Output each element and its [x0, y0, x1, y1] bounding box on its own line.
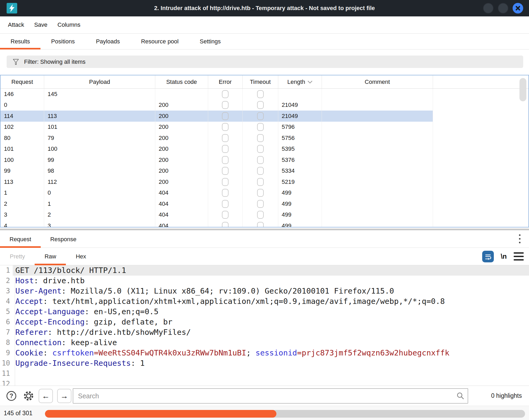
request-editor[interactable]: 1GET /113/block/ HTTP/1.12Host: drive.ht… [0, 265, 529, 386]
table-row[interactable]: 020021049 [1, 100, 528, 111]
cell-status-code: 404 [155, 188, 208, 199]
menu-item-attack[interactable]: Attack [8, 21, 24, 28]
line-number: 11 [0, 368, 13, 379]
view-tab-hex[interactable]: Hex [66, 248, 96, 265]
tab-positions[interactable]: Positions [40, 34, 85, 49]
panel-splitter[interactable] [0, 228, 529, 231]
timeout-checkbox[interactable] [257, 178, 264, 186]
line-content: Referer: http://drive.htb/showMyFiles/ [13, 327, 529, 337]
error-checkbox[interactable] [222, 200, 229, 208]
error-checkbox[interactable] [222, 123, 229, 131]
table-row[interactable]: 146145 [1, 89, 528, 100]
table-row[interactable]: 80792005756 [1, 133, 528, 144]
kebab-menu-icon[interactable] [518, 234, 521, 243]
window-minimize-button[interactable] [483, 3, 494, 13]
next-match-button[interactable]: → [57, 389, 71, 403]
results-table: RequestPayloadStatus codeErrorTimeoutLen… [0, 75, 529, 227]
table-row[interactable]: 43404499 [1, 220, 528, 227]
cell-timeout [243, 89, 278, 100]
code-segment: Accept-Encoding [15, 317, 85, 327]
vertical-scrollbar[interactable] [519, 78, 526, 101]
cell-length: 5219 [278, 176, 322, 188]
error-checkbox[interactable] [222, 134, 229, 142]
tab-payloads[interactable]: Payloads [85, 34, 131, 49]
hamburger-menu-icon[interactable] [514, 252, 524, 261]
menu-item-columns[interactable]: Columns [57, 21, 80, 28]
help-button[interactable]: ? [6, 390, 17, 401]
column-header-label: Request [11, 79, 33, 85]
cell-length: 5334 [278, 166, 322, 177]
timeout-checkbox[interactable] [257, 189, 264, 197]
line-content: Accept-Language: en-US,en;q=0.5 [13, 307, 529, 317]
table-row[interactable]: 1021012005796 [1, 122, 528, 133]
timeout-checkbox[interactable] [257, 222, 264, 227]
cell-request: 113 [1, 176, 44, 188]
error-checkbox[interactable] [222, 167, 229, 175]
error-checkbox[interactable] [222, 145, 229, 153]
column-header-comment[interactable]: Comment [322, 75, 433, 88]
search-input[interactable] [73, 388, 468, 404]
error-checkbox[interactable] [222, 90, 229, 98]
timeout-checkbox[interactable] [257, 123, 264, 131]
column-header-label: Error [219, 79, 232, 85]
timeout-checkbox[interactable] [257, 112, 264, 120]
cell-request: 100 [1, 154, 44, 166]
code-segment: Connection [15, 337, 62, 348]
timeout-checkbox[interactable] [257, 101, 264, 109]
table-row[interactable]: 32404499 [1, 209, 528, 221]
timeout-checkbox[interactable] [257, 156, 264, 164]
column-header-request[interactable]: Request [1, 75, 44, 88]
tab-request[interactable]: Request [0, 231, 41, 248]
timeout-checkbox[interactable] [257, 167, 264, 175]
filter-bar[interactable]: Filter: Showing all items [7, 56, 523, 68]
table-row[interactable]: 100992005376 [1, 154, 528, 166]
timeout-checkbox[interactable] [257, 200, 264, 208]
cell-length: 5796 [278, 122, 322, 133]
error-checkbox[interactable] [222, 222, 229, 227]
previous-match-button[interactable]: ← [39, 389, 53, 403]
timeout-checkbox[interactable] [257, 145, 264, 153]
column-header-length[interactable]: Length [278, 75, 322, 88]
cell-length: 499 [278, 220, 322, 227]
table-row[interactable]: 99982005334 [1, 166, 528, 177]
tab-results[interactable]: Results [0, 34, 40, 49]
column-header-error[interactable]: Error [208, 75, 243, 88]
column-header-timeout[interactable]: Timeout [243, 75, 278, 88]
tab-resource-pool[interactable]: Resource pool [130, 34, 189, 49]
cell-status-code: 200 [155, 111, 208, 122]
error-checkbox[interactable] [222, 101, 229, 109]
menu-item-save[interactable]: Save [34, 21, 47, 28]
attack-progress-bar [45, 410, 525, 418]
cell-error [208, 209, 243, 221]
timeout-checkbox[interactable] [257, 211, 264, 219]
search-settings-button[interactable] [23, 390, 34, 402]
table-row[interactable]: 1011002005395 [1, 144, 528, 155]
table-row[interactable]: 10404499 [1, 188, 528, 199]
table-row[interactable]: 11411320021049 [1, 111, 528, 122]
window-close-button[interactable] [513, 3, 523, 13]
tab-settings[interactable]: Settings [189, 34, 231, 49]
code-segment: : http://drive.htb/showMyFiles/ [48, 327, 191, 337]
cell-length: 5756 [278, 133, 322, 144]
error-checkbox[interactable] [222, 211, 229, 219]
window-maximize-button[interactable] [498, 3, 508, 13]
timeout-checkbox[interactable] [257, 90, 264, 98]
table-row[interactable]: 21404499 [1, 198, 528, 209]
view-tab-raw[interactable]: Raw [35, 248, 66, 265]
tab-response[interactable]: Response [41, 231, 86, 248]
cell-timeout [243, 133, 278, 144]
cell-length: 21049 [278, 100, 322, 111]
line-content: GET /113/block/ HTTP/1.1 [13, 265, 529, 276]
timeout-checkbox[interactable] [257, 134, 264, 142]
table-row[interactable]: 1131122005219 [1, 176, 528, 188]
error-checkbox[interactable] [222, 112, 229, 120]
error-checkbox[interactable] [222, 156, 229, 164]
code-segment: GET /113/block/ HTTP/1.1 [15, 265, 126, 276]
word-wrap-toggle[interactable] [482, 251, 494, 262]
newline-toggle[interactable]: \n [501, 252, 507, 261]
error-checkbox[interactable] [222, 189, 229, 197]
code-segment: =WeeRtSS04FwQTR4k0xu3zRWw7bNm1uBI [94, 348, 246, 358]
column-header-status-code[interactable]: Status code [155, 75, 208, 88]
column-header-payload[interactable]: Payload [44, 75, 155, 88]
error-checkbox[interactable] [222, 178, 229, 186]
